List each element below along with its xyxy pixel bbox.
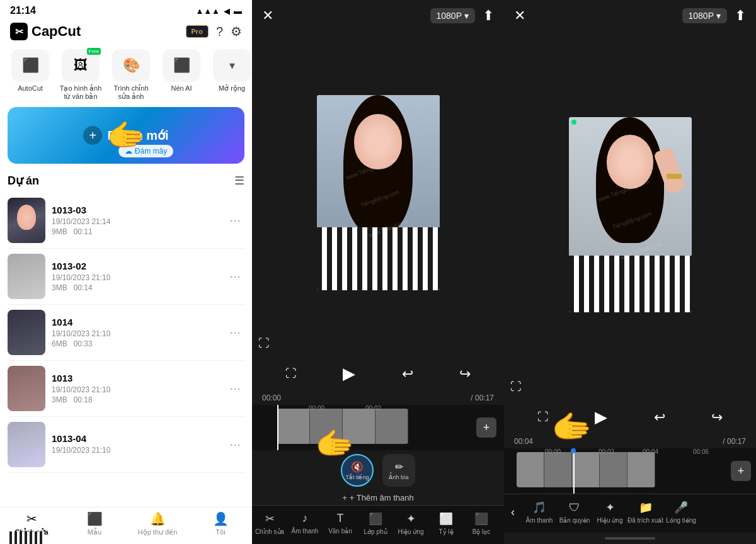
- help-icon[interactable]: ?: [216, 25, 223, 39]
- tool-more[interactable]: ▾ Mở rộng: [209, 49, 252, 101]
- bt-chinhsua[interactable]: ✂ Chỉnh sửa: [252, 512, 287, 535]
- middle-undo-btn[interactable]: ↩: [397, 363, 418, 385]
- right-scroll-left-btn[interactable]: ‹: [504, 506, 522, 519]
- middle-quality-btn[interactable]: 1080P ▾: [430, 8, 475, 23]
- project-more-3[interactable]: ⋯: [226, 379, 244, 398]
- mute-btn[interactable]: 🔇 Tắt tiếng: [341, 454, 374, 487]
- project-item-4[interactable]: 1013-04 19/10/2023 21:10 ⋯: [8, 417, 244, 473]
- settings-icon[interactable]: ⚙: [231, 24, 242, 39]
- sort-icon[interactable]: ☰: [234, 174, 244, 188]
- bt-vanban[interactable]: T Văn bản: [323, 512, 358, 535]
- right-timeline-track: + 00:00 00:02 00:04 00:06: [504, 448, 756, 494]
- project-info-0: 1013-03 19/10/2023 21:14 9MB 00:11: [52, 205, 219, 236]
- add-audio-icon: +: [342, 493, 347, 502]
- me-nav-icon: 👤: [213, 511, 229, 526]
- middle-close-btn[interactable]: ✕: [262, 8, 273, 24]
- project-more-1[interactable]: ⋯: [226, 267, 244, 286]
- project-more-4[interactable]: ⋯: [226, 435, 244, 454]
- autocut-icon-box: ⬛: [11, 49, 49, 82]
- middle-add-clip-btn[interactable]: +: [476, 417, 496, 438]
- middle-timeline-bar: 00:00 / 00:17: [252, 391, 504, 405]
- bt-lopphu-label: Lớp phủ: [364, 528, 387, 535]
- battery-icon: ▬: [234, 6, 242, 16]
- nav-item-inbox[interactable]: 🔔 Hộp thư đến: [126, 511, 189, 536]
- project-name-0: 1013-03: [52, 205, 219, 215]
- middle-top-bar: ✕ 1080P ▾ ⬆: [252, 0, 504, 29]
- cover-btn[interactable]: ✏ Ảnh bìa: [382, 454, 415, 487]
- plus-icon: +: [83, 126, 102, 145]
- project-more-2[interactable]: ⋯: [226, 323, 244, 342]
- project-size-1: 3MB 00:14: [52, 283, 219, 292]
- middle-export-btn[interactable]: ⬆: [483, 8, 494, 24]
- status-icons: ▲▲▲ ◀ ▬: [195, 6, 242, 16]
- new-project-label: Dự án mới: [107, 128, 168, 143]
- project-name-1: 1013-02: [52, 261, 219, 271]
- nav-item-me[interactable]: 👤 Tôi: [189, 511, 252, 536]
- project-info-2: 1014 19/10/2023 21:10 6MB 00:33: [52, 317, 219, 348]
- bt-right-banquyen[interactable]: 🛡 Bản quyền: [557, 501, 592, 524]
- templates-nav-label: Mẫu: [88, 528, 101, 536]
- right-quality-btn[interactable]: 1080P ▾: [682, 8, 727, 23]
- middle-time-total: / 00:17: [471, 394, 494, 402]
- bt-tyle-label: Tỷ lệ: [438, 528, 453, 535]
- edit-photo-icon: 🎨: [123, 57, 140, 74]
- tool-autocut[interactable]: ⬛ AutoCut: [8, 49, 53, 101]
- project-info-4: 1013-04 19/10/2023 21:10: [52, 433, 219, 456]
- inbox-nav-icon: 🔔: [150, 511, 166, 526]
- bt-boloc[interactable]: ⬛ Bộ lọc: [464, 512, 499, 535]
- bt-right-longtieng[interactable]: 🎤 Lồng tiếng: [663, 501, 699, 524]
- project-name-2: 1014: [52, 317, 219, 327]
- tool-create-from-text[interactable]: 🖼 Free Tạo hình ảnh từ văn bản: [58, 49, 103, 101]
- project-item-3[interactable]: 1013 19/10/2023 21:10 3MB 00:18 ⋯: [8, 361, 244, 417]
- bt-right-hieuung[interactable]: ✦ Hiệu ứng: [592, 501, 627, 524]
- middle-editor-panel: ✕ 1080P ▾ ⬆ www.TiếngĐộng: [252, 0, 504, 544]
- right-export-btn[interactable]: ⬆: [735, 8, 746, 24]
- bt-boloc-icon: ⬛: [474, 512, 488, 526]
- project-more-0[interactable]: ⋯: [226, 211, 244, 230]
- middle-expand-icon[interactable]: ⛶: [258, 337, 270, 350]
- wifi-icon: ◀: [224, 6, 230, 16]
- middle-expand-btn2[interactable]: ⛶: [280, 365, 302, 383]
- me-nav-label: Tôi: [215, 528, 225, 536]
- project-item-2[interactable]: 1014 19/10/2023 21:10 6MB 00:33 ⋯: [8, 305, 244, 361]
- right-video-preview: www.TiếngĐộng.com TiếngĐộng.com www.Tiến…: [504, 29, 756, 400]
- right-top-bar: ✕ 1080P ▾ ⬆: [504, 0, 756, 29]
- right-expand-btn2[interactable]: ⛶: [532, 408, 554, 426]
- tool-edit-photo[interactable]: 🎨 Trình chỉnh sửa ảnh: [108, 49, 154, 101]
- middle-play-btn[interactable]: ▶: [338, 361, 360, 386]
- right-expand-icon[interactable]: ⛶: [510, 380, 522, 394]
- home-indicator-bar: [605, 537, 655, 540]
- status-time: 21:14: [10, 5, 36, 16]
- free-badge: Free: [87, 48, 101, 55]
- new-project-banner[interactable]: + Dự án mới ☁ Đám mây 🫱: [8, 107, 244, 164]
- right-undo-btn[interactable]: ↩: [649, 407, 670, 428]
- middle-redo-btn[interactable]: ↪: [454, 363, 476, 385]
- project-item-0[interactable]: 1013-03 19/10/2023 21:14 9MB 00:11 ⋯: [8, 193, 244, 249]
- bt-right-datrichxuat[interactable]: 📁 Đã trích xuất: [627, 501, 663, 524]
- right-home-indicator: [504, 533, 756, 544]
- project-info-1: 1013-02 19/10/2023 21:10 3MB 00:14: [52, 261, 219, 292]
- bt-amthanh[interactable]: ♪ Âm thanh: [287, 512, 323, 535]
- tool-ai-bg[interactable]: ⬛ Nén AI: [159, 49, 204, 101]
- bt-hieuung[interactable]: ✦ Hiệu ứng: [393, 512, 428, 535]
- middle-time-current: 00:00: [262, 394, 281, 402]
- project-size-0: 9MB 00:11: [52, 227, 219, 236]
- logo-icon: [10, 23, 28, 40]
- right-redo-btn[interactable]: ↪: [706, 407, 728, 428]
- mute-label: Tắt tiếng: [345, 474, 369, 480]
- add-audio-label: + Thêm âm thanh: [350, 493, 414, 502]
- right-add-clip-btn[interactable]: +: [731, 461, 751, 481]
- bt-right-hieuung-icon: ✦: [605, 501, 615, 514]
- middle-add-audio-row[interactable]: + + Thêm âm thanh: [252, 490, 504, 505]
- project-item-1[interactable]: 1013-02 19/10/2023 21:10 3MB 00:14 ⋯: [8, 249, 244, 305]
- right-play-btn[interactable]: ▶: [590, 405, 612, 429]
- right-playhead: [573, 448, 575, 494]
- bt-right-amthanh[interactable]: 🎵 Âm thanh: [522, 501, 557, 524]
- bt-lopphu[interactable]: ⬛ Lớp phủ: [358, 512, 393, 535]
- projects-header: Dự án ☰: [0, 171, 252, 193]
- bt-tyle[interactable]: ⬜ Tỷ lệ: [428, 512, 464, 535]
- right-bottom-toolbar: ‹ 🎵 Âm thanh 🛡 Bản quyền ✦ Hiệu ứng 📁 Đã…: [504, 494, 756, 533]
- edit-photo-label: Trình chỉnh sửa ảnh: [108, 84, 154, 101]
- right-close-btn[interactable]: ✕: [514, 8, 525, 24]
- nav-item-templates[interactable]: ⬛ Mẫu: [63, 511, 126, 536]
